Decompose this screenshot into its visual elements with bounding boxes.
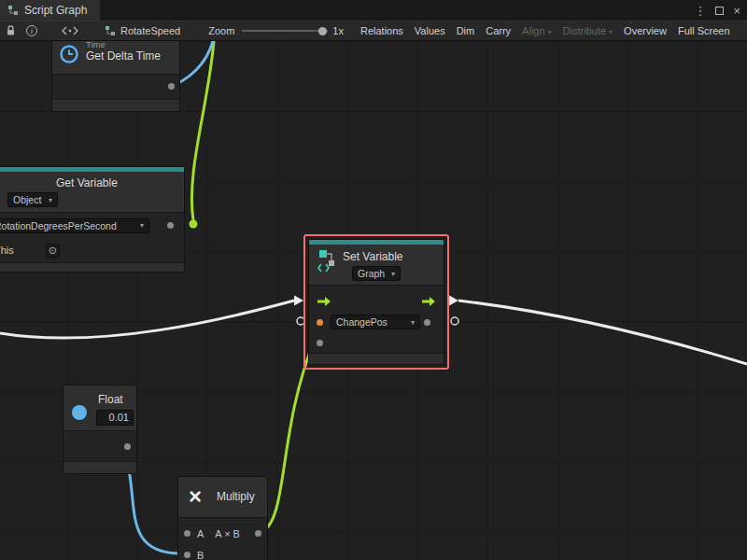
- tab-label: Script Graph: [24, 4, 87, 17]
- node-title: Float: [98, 385, 136, 406]
- input-port-b[interactable]: [184, 552, 190, 558]
- input-port-a[interactable]: [184, 530, 190, 537]
- variable-name-value: RotationDegreesPerSecond: [0, 220, 117, 231]
- zoom-label: Zoom: [208, 25, 234, 36]
- set-variable-icon: [316, 249, 338, 275]
- float-icon: [72, 405, 87, 420]
- menu-icon[interactable]: ⋮: [694, 4, 706, 18]
- scope-value: Object: [13, 194, 41, 205]
- node-set-variable[interactable]: Set Variable Graph ▾ ChangePos: [308, 239, 444, 365]
- wire-value-green-top: [191, 41, 214, 220]
- variable-name-value: ChangePos: [336, 316, 388, 328]
- distribute-button[interactable]: Distribute▾: [557, 25, 618, 36]
- multiply-icon: ×: [189, 485, 202, 508]
- chevron-down-icon: ▾: [411, 318, 415, 327]
- variable-scope-dropdown[interactable]: Object ▾: [7, 192, 58, 207]
- value-input-port[interactable]: [317, 319, 323, 326]
- node-footer: [63, 461, 136, 473]
- graph-asset-icon: [7, 5, 19, 16]
- carry-button[interactable]: Carry: [480, 25, 516, 36]
- value-output-port[interactable]: [424, 319, 430, 326]
- graph-name-label: RotateSpeed: [120, 25, 180, 36]
- empty-port-right: [451, 317, 458, 325]
- chevron-down-icon: ▾: [140, 221, 144, 230]
- variable-scope-dropdown[interactable]: Graph ▾: [352, 266, 401, 281]
- node-title: Get Delta Time: [86, 49, 179, 63]
- info-icon[interactable]: i: [26, 25, 37, 36]
- wire-flow-out: [458, 301, 747, 364]
- operation-label: A × B: [215, 528, 240, 539]
- variable-name-dropdown[interactable]: ChangePos ▾: [331, 315, 420, 329]
- full-screen-button[interactable]: Full Screen: [672, 25, 736, 36]
- node-title: Get Variable: [56, 176, 184, 189]
- overview-button[interactable]: Overview: [618, 25, 672, 36]
- scope-value: Graph: [358, 268, 385, 279]
- flow-input-arrow[interactable]: [317, 296, 331, 307]
- node-title: Set Variable: [343, 245, 444, 263]
- output-port[interactable]: [124, 443, 131, 450]
- variable-name-dropdown[interactable]: RotationDegreesPerSecond ▾: [0, 218, 149, 233]
- node-category: Time: [86, 41, 179, 49]
- wire-flow-in: [0, 301, 294, 338]
- node-multiply[interactable]: × Multiply A A × B B: [177, 476, 268, 560]
- values-button[interactable]: Values: [409, 25, 451, 36]
- close-icon[interactable]: ×: [733, 4, 740, 18]
- node-get-delta-time[interactable]: Time Get Delta Time: [51, 41, 180, 112]
- output-port[interactable]: [168, 83, 175, 90]
- wire-end-green-top: [190, 220, 198, 229]
- clock-icon: [59, 44, 79, 64]
- script-graph-window: Script Graph ⋮ × i RotateSpeed Zoom 1x R…: [0, 0, 747, 560]
- zoom-slider[interactable]: [242, 25, 328, 36]
- node-footer: [52, 99, 179, 111]
- node-float[interactable]: Float 0.01: [63, 385, 137, 474]
- graph-toolbar: i RotateSpeed Zoom 1x Relations Values D…: [0, 21, 747, 41]
- flow-arrow-in: [294, 296, 303, 306]
- self-target-icon[interactable]: ⊙: [46, 244, 60, 258]
- graph-icon: [105, 25, 116, 36]
- port-label-a: A: [197, 528, 204, 539]
- zoom-slider-track: [242, 30, 328, 32]
- tab-script-graph[interactable]: Script Graph: [0, 0, 100, 21]
- port-label-b: B: [197, 550, 204, 560]
- node-footer: [309, 353, 444, 364]
- selection-outline: Set Variable Graph ▾ ChangePos: [303, 234, 449, 370]
- graph-canvas[interactable]: Time Get Delta Time Get Variable Object …: [0, 41, 747, 560]
- value-output-port[interactable]: [167, 222, 174, 229]
- zoom-slider-knob[interactable]: [318, 27, 327, 35]
- fallback-input-port[interactable]: [317, 340, 323, 346]
- node-footer: [0, 262, 184, 272]
- chevron-down-icon: ▾: [391, 270, 395, 278]
- relations-button[interactable]: Relations: [355, 25, 409, 36]
- chevron-down-icon: ▾: [49, 196, 52, 204]
- dim-button[interactable]: Dim: [451, 25, 481, 36]
- node-title: Multiply: [217, 477, 267, 503]
- code-preview-icon[interactable]: [62, 26, 78, 35]
- lock-icon[interactable]: [6, 25, 16, 36]
- flow-output-arrow[interactable]: [421, 296, 436, 307]
- flow-arrow-out: [449, 296, 458, 306]
- chevron-down-icon: ▾: [609, 28, 613, 36]
- window-controls: ⋮ ×: [694, 0, 740, 21]
- maximize-icon[interactable]: [715, 7, 724, 15]
- result-output-port[interactable]: [255, 530, 261, 537]
- self-label: This: [0, 245, 14, 256]
- zoom-value: 1x: [332, 25, 344, 36]
- node-get-variable[interactable]: Get Variable Object ▾ RotationDegreesPer…: [0, 166, 185, 273]
- align-button[interactable]: Align▾: [516, 25, 557, 36]
- float-value-input[interactable]: 0.01: [96, 410, 134, 426]
- tab-bar: Script Graph ⋮ ×: [0, 0, 747, 21]
- chevron-down-icon: ▾: [548, 28, 552, 36]
